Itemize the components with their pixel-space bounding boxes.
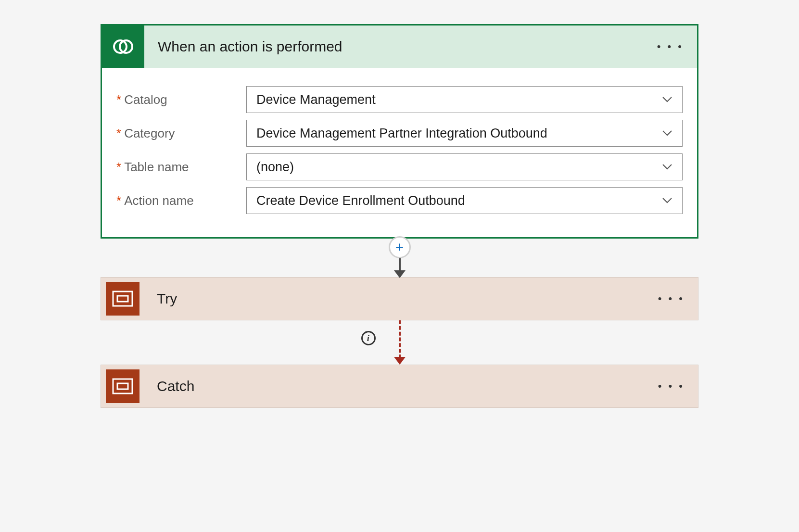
arrow-down-icon bbox=[394, 270, 406, 278]
step-catch[interactable]: Catch • • • bbox=[101, 365, 698, 408]
dataverse-icon bbox=[102, 25, 144, 68]
field-value-category: Device Management Partner Integration Ou… bbox=[256, 126, 547, 141]
svg-rect-3 bbox=[117, 296, 128, 302]
plus-icon: + bbox=[395, 239, 404, 255]
field-label-action-name: *Action name bbox=[116, 193, 246, 208]
step-catch-title: Catch bbox=[144, 378, 645, 394]
field-row-table-name: *Table name (none) bbox=[116, 153, 683, 180]
connector-trigger-to-try: + bbox=[390, 239, 409, 277]
arrow-down-icon bbox=[394, 357, 406, 365]
chevron-down-icon bbox=[662, 164, 672, 170]
field-label-catalog: *Catalog bbox=[116, 92, 246, 107]
step-try-menu-button[interactable]: • • • bbox=[645, 292, 698, 305]
field-row-action-name: *Action name Create Device Enrollment Ou… bbox=[116, 187, 683, 214]
svg-rect-5 bbox=[117, 383, 128, 389]
chevron-down-icon bbox=[662, 96, 672, 103]
trigger-card[interactable]: When an action is performed • • • *Catal… bbox=[101, 24, 698, 239]
connector-try-to-catch: i bbox=[30, 320, 769, 365]
scope-icon bbox=[106, 369, 140, 403]
field-value-catalog: Device Management bbox=[256, 92, 376, 107]
chevron-down-icon bbox=[662, 197, 672, 204]
flow-canvas: When an action is performed • • • *Catal… bbox=[30, 24, 769, 408]
field-select-action-name[interactable]: Create Device Enrollment Outbound bbox=[246, 187, 683, 214]
step-catch-menu-button[interactable]: • • • bbox=[645, 380, 698, 393]
connector-dashed-line bbox=[399, 320, 401, 358]
field-select-category[interactable]: Device Management Partner Integration Ou… bbox=[246, 120, 683, 147]
field-select-table-name[interactable]: (none) bbox=[246, 153, 683, 180]
field-label-category: *Category bbox=[116, 126, 246, 141]
field-row-category: *Category Device Management Partner Inte… bbox=[116, 120, 683, 147]
step-try-title: Try bbox=[144, 291, 645, 307]
info-icon: i bbox=[367, 333, 369, 343]
svg-rect-4 bbox=[113, 379, 132, 393]
chevron-down-icon bbox=[662, 130, 672, 137]
trigger-body: *Catalog Device Management *Category Dev… bbox=[102, 68, 697, 237]
field-value-table-name: (none) bbox=[256, 160, 294, 175]
trigger-menu-button[interactable]: • • • bbox=[644, 40, 697, 53]
add-step-button[interactable]: + bbox=[389, 236, 411, 258]
svg-rect-2 bbox=[113, 291, 132, 306]
field-label-table-name: *Table name bbox=[116, 160, 246, 175]
field-row-catalog: *Catalog Device Management bbox=[116, 86, 683, 113]
trigger-title: When an action is performed bbox=[144, 38, 644, 55]
step-try[interactable]: Try • • • bbox=[101, 277, 698, 320]
run-after-info-button[interactable]: i bbox=[361, 331, 376, 345]
field-value-action-name: Create Device Enrollment Outbound bbox=[256, 193, 465, 208]
field-select-catalog[interactable]: Device Management bbox=[246, 86, 683, 113]
scope-icon bbox=[106, 282, 140, 316]
trigger-header[interactable]: When an action is performed • • • bbox=[102, 25, 697, 68]
